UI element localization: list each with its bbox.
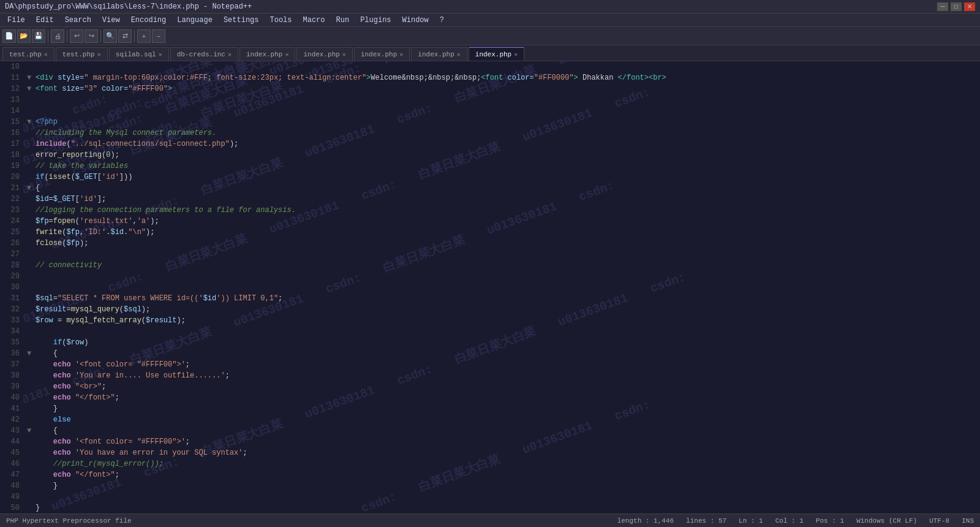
fold-marker-14 — [27, 105, 36, 116]
fold-marker-26 — [27, 238, 36, 249]
status-length: length : 1,446 — [617, 517, 674, 525]
code-content-44: echo '<font color= "#FFFF00">'; — [36, 436, 190, 447]
line-number-24: 24 — [0, 216, 20, 227]
menu-item-search[interactable]: Search — [60, 15, 96, 26]
fold-marker-43[interactable]: ▼ — [27, 425, 36, 436]
menu-item-view[interactable]: View — [97, 15, 125, 26]
fold-marker-29 — [27, 271, 36, 282]
code-content-42: else — [36, 414, 71, 425]
tab-label-3: db-creds.inc — [177, 51, 225, 58]
toolbar-sep-3 — [100, 30, 101, 42]
code-line-29 — [27, 271, 980, 282]
tab-close-6[interactable]: ✕ — [399, 51, 403, 58]
code-content-45: echo 'You have an error in your SQL synt… — [36, 447, 247, 458]
save-button[interactable]: 💾 — [32, 29, 45, 43]
code-line-27 — [27, 249, 980, 260]
minimize-button[interactable]: ─ — [937, 2, 948, 11]
line-number-28: 28 — [0, 260, 20, 271]
menu-item-?[interactable]: ? — [435, 15, 449, 26]
line-number-21: 21 — [0, 183, 20, 194]
fold-marker-39 — [27, 381, 36, 392]
menu-item-macro[interactable]: Macro — [298, 15, 330, 26]
editor: 1011121314151617181920212223242526272829… — [0, 61, 980, 514]
menu-item-language[interactable]: Language — [172, 15, 217, 26]
menu-item-window[interactable]: Window — [398, 15, 434, 26]
line-number-29: 29 — [0, 271, 20, 282]
tab-close-2[interactable]: ✕ — [159, 51, 162, 58]
redo-button[interactable]: ↪ — [85, 29, 98, 43]
fold-marker-21[interactable]: ▼ — [27, 183, 36, 194]
code-line-25: fwrite($fp,'ID:'.$id."\n"); — [27, 227, 980, 238]
status-col: Col : 1 — [775, 517, 804, 525]
fold-marker-36[interactable]: ▼ — [27, 348, 36, 359]
open-button[interactable]: 📂 — [17, 29, 31, 43]
menu-item-settings[interactable]: Settings — [219, 15, 264, 26]
replace-button[interactable]: ⇄ — [118, 29, 132, 43]
status-pos: Pos : 1 — [816, 517, 844, 525]
line-number-12: 12 — [0, 83, 20, 94]
line-number-27: 27 — [0, 249, 20, 260]
code-content-24: $fp=fopen('result.txt','a'); — [36, 216, 159, 227]
fold-marker-34 — [27, 326, 36, 337]
fold-marker-12[interactable]: ▼ — [27, 83, 36, 94]
window-controls: ─ □ ✕ — [937, 2, 975, 11]
status-file-type: PHP Hypertext Preprocessor file — [6, 517, 132, 525]
tab-close-1[interactable]: ✕ — [97, 51, 101, 58]
menu-item-edit[interactable]: Edit — [31, 15, 59, 26]
line-number-48: 48 — [0, 480, 20, 491]
new-button[interactable]: 📄 — [2, 29, 16, 43]
line-number-15: 15 — [0, 116, 20, 127]
status-bar: PHP Hypertext Preprocessor file length :… — [0, 514, 980, 527]
menu-item-run[interactable]: Run — [331, 15, 355, 26]
close-button[interactable]: ✕ — [964, 2, 975, 11]
tab-close-7[interactable]: ✕ — [457, 51, 461, 58]
zoom-in-button[interactable]: + — [137, 29, 151, 43]
tab-4[interactable]: index.php✕ — [239, 47, 295, 61]
menu-item-plugins[interactable]: Plugins — [355, 15, 396, 26]
tab-5[interactable]: index.php✕ — [296, 47, 352, 61]
fold-marker-16 — [27, 127, 36, 138]
line-number-40: 40 — [0, 392, 20, 403]
tab-6[interactable]: index.php✕ — [354, 47, 410, 61]
line-numbers: 1011121314151617181920212223242526272829… — [0, 61, 23, 514]
code-line-50: } — [27, 502, 980, 514]
code-content-40: echo "</font>"; — [36, 392, 119, 403]
tab-close-8[interactable]: ✕ — [514, 51, 518, 58]
fold-marker-18 — [27, 150, 36, 161]
code-content-11: <div style=" margin-top:60px;color:#FFF;… — [36, 72, 666, 83]
fold-marker-30 — [27, 282, 36, 293]
menu-item-encoding[interactable]: Encoding — [126, 15, 172, 26]
print-button[interactable]: 🖨 — [51, 29, 64, 43]
code-content-43: { — [36, 425, 58, 436]
tab-7[interactable]: index.php✕ — [411, 47, 467, 61]
undo-button[interactable]: ↩ — [70, 29, 83, 43]
code-line-21: ▼{ — [27, 183, 980, 194]
tab-close-4[interactable]: ✕ — [285, 51, 288, 58]
maximize-button[interactable]: □ — [951, 2, 962, 11]
line-number-50: 50 — [0, 502, 20, 514]
find-button[interactable]: 🔍 — [104, 29, 117, 43]
tab-1[interactable]: test.php✕ — [56, 47, 108, 61]
zoom-out-button[interactable]: − — [152, 29, 165, 43]
tab-0[interactable]: test.php✕ — [2, 47, 55, 61]
code-line-48: } — [27, 480, 980, 491]
fold-marker-11[interactable]: ▼ — [27, 72, 36, 83]
code-content-28: // connectivity — [36, 260, 102, 271]
code-area[interactable]: u013630181csdn:白菜日菜大白菜u013630181csdn:白菜日… — [23, 61, 980, 514]
code-line-18: error_reporting(0); — [27, 150, 980, 161]
tab-2[interactable]: sqilab.sql✕ — [109, 47, 169, 61]
fold-marker-49 — [27, 491, 36, 502]
tab-close-5[interactable]: ✕ — [342, 51, 346, 58]
code-content-31: $sql="SELECT * FROM users WHERE id=(('$i… — [36, 293, 282, 304]
fold-marker-48 — [27, 480, 36, 491]
tab-8[interactable]: index.php✕ — [469, 47, 524, 61]
tab-close-3[interactable]: ✕ — [228, 51, 232, 58]
menu-item-tools[interactable]: Tools — [265, 15, 296, 26]
fold-marker-15[interactable]: ▼ — [27, 116, 36, 127]
tab-close-0[interactable]: ✕ — [44, 51, 48, 58]
code-line-45: echo 'You have an error in your SQL synt… — [27, 447, 980, 458]
tab-3[interactable]: db-creds.inc✕ — [170, 47, 238, 61]
menu-item-file[interactable]: File — [2, 15, 30, 26]
line-number-18: 18 — [0, 150, 20, 161]
tab-label-6: index.php — [361, 51, 397, 58]
